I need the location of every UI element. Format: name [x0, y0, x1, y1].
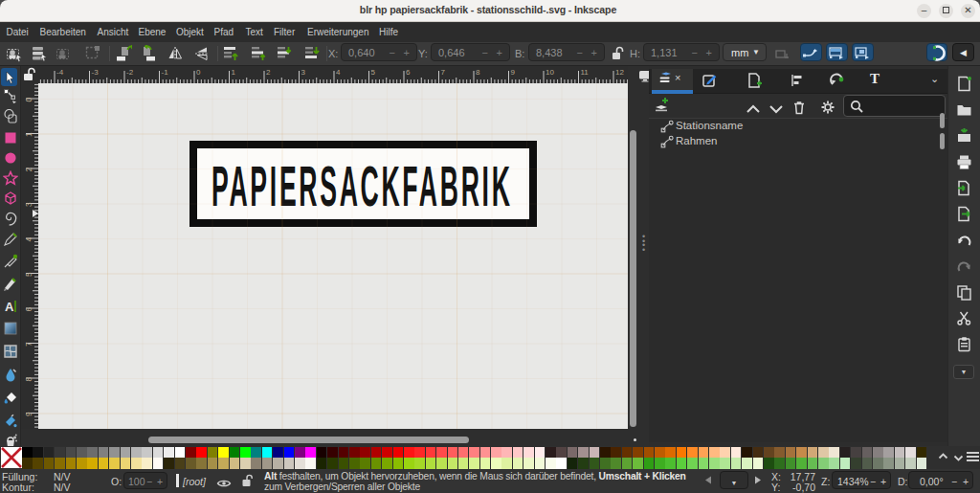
svg-text:10: 10	[546, 68, 554, 77]
svg-text:-4: -4	[56, 68, 64, 77]
svg-text:0: 0	[196, 68, 201, 77]
svg-text:9: 9	[24, 412, 33, 416]
svg-text:6: 6	[24, 307, 33, 312]
svg-text:1: 1	[232, 68, 236, 77]
svg-text:2: 2	[266, 68, 271, 77]
svg-text:4: 4	[336, 68, 341, 77]
svg-text:7: 7	[24, 342, 33, 347]
svg-text:4: 4	[24, 237, 33, 242]
svg-text:3: 3	[24, 202, 33, 207]
svg-text:5: 5	[24, 272, 33, 277]
svg-text:2: 2	[24, 168, 33, 172]
svg-text:-3: -3	[92, 68, 100, 77]
svg-text:1: 1	[24, 132, 33, 137]
svg-text:11: 11	[581, 68, 590, 77]
svg-text:8: 8	[476, 68, 480, 77]
svg-text:3: 3	[301, 68, 306, 77]
svg-text:-2: -2	[126, 68, 134, 77]
svg-text:A: A	[5, 300, 14, 314]
svg-text:6: 6	[406, 68, 411, 77]
svg-text:8: 8	[24, 377, 33, 382]
svg-text:5: 5	[371, 68, 376, 77]
svg-text:-1: -1	[162, 68, 169, 77]
svg-text:7: 7	[441, 68, 446, 77]
svg-text:12: 12	[615, 68, 624, 77]
svg-text:9: 9	[511, 68, 516, 77]
svg-text:0: 0	[24, 98, 33, 102]
